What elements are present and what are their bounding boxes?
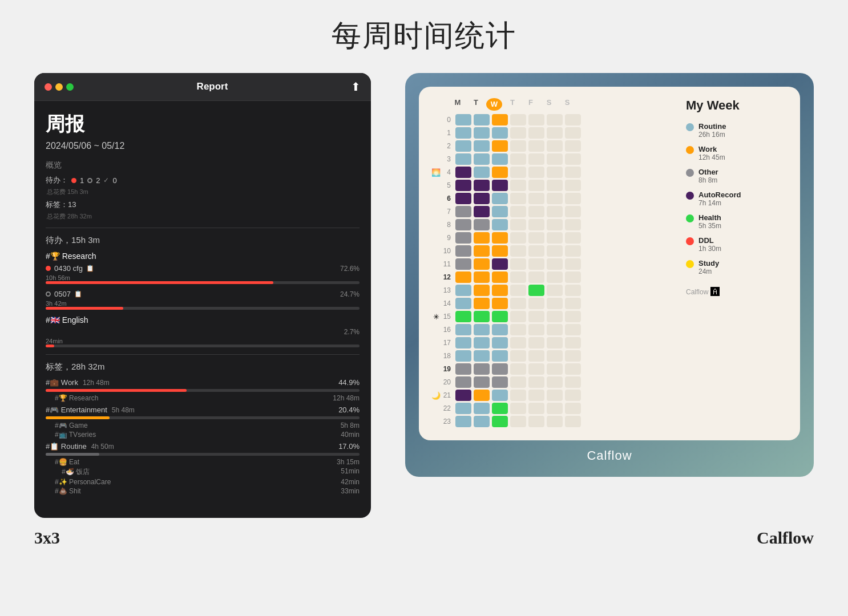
legend-dot-5 bbox=[686, 237, 694, 245]
cell-22-4 bbox=[528, 403, 544, 414]
tl-red bbox=[45, 83, 52, 91]
share-icon[interactable]: ⬆ bbox=[351, 80, 361, 94]
cell-3-3 bbox=[510, 153, 526, 165]
cell-23-3 bbox=[510, 416, 526, 427]
cell-20-3 bbox=[510, 376, 526, 388]
row-num-11: 11 bbox=[442, 260, 453, 268]
cell-11-1 bbox=[474, 258, 490, 270]
row-num-16: 16 bbox=[442, 326, 453, 334]
cells-13 bbox=[455, 285, 581, 296]
cell-19-3 bbox=[510, 363, 526, 375]
cell-18-4 bbox=[528, 350, 544, 362]
row-icon-15: ✳ bbox=[430, 313, 442, 321]
cell-21-6 bbox=[565, 390, 581, 401]
total-time-2: 总花费 28h 32m bbox=[47, 212, 360, 221]
cells-22 bbox=[455, 403, 581, 414]
cal-row-13: 13 bbox=[430, 285, 677, 296]
cell-3-5 bbox=[547, 153, 563, 165]
cells-16 bbox=[455, 324, 581, 335]
cell-12-0 bbox=[455, 271, 471, 283]
row-num-3: 3 bbox=[442, 155, 453, 163]
cell-7-3 bbox=[510, 206, 526, 217]
legend-time-4: 5h 35m bbox=[698, 222, 721, 230]
cell-22-5 bbox=[547, 403, 563, 414]
task1-icon: 📋 bbox=[86, 265, 94, 272]
work-sub1: #🏆 Research 12h 48m bbox=[55, 394, 360, 402]
cell-11-4 bbox=[528, 258, 544, 270]
cells-4 bbox=[455, 167, 581, 178]
legend-dot-0 bbox=[686, 123, 694, 131]
tvseries-sub: #📺 TVseries 40min bbox=[55, 431, 360, 439]
cal-row-11: 11 bbox=[430, 258, 677, 270]
cell-12-5 bbox=[547, 271, 563, 283]
cell-5-6 bbox=[565, 180, 581, 191]
cell-20-1 bbox=[474, 376, 490, 388]
cells-15 bbox=[455, 311, 581, 322]
personalcare-sub-time: 42min bbox=[341, 478, 360, 486]
cal-row-22: 22 bbox=[430, 403, 677, 414]
task2-progress-fill bbox=[46, 307, 123, 310]
day-M: M bbox=[450, 98, 466, 111]
overview-label: 概览 bbox=[46, 160, 360, 171]
row-num-0: 0 bbox=[442, 116, 453, 124]
shit-sub-time: 33min bbox=[341, 487, 360, 495]
task2-pct: 24.7% bbox=[340, 290, 360, 298]
day-S1: S bbox=[541, 98, 557, 111]
cell-4-5 bbox=[547, 167, 563, 178]
cell-11-0 bbox=[455, 258, 471, 270]
divider-1 bbox=[46, 228, 360, 228]
cells-11 bbox=[455, 258, 581, 270]
cells-2 bbox=[455, 140, 581, 152]
tvseries-sub-text: #📺 TVseries bbox=[55, 431, 96, 439]
cell-11-3 bbox=[510, 258, 526, 270]
cell-11-6 bbox=[565, 258, 581, 270]
cells-10 bbox=[455, 245, 581, 257]
cell-16-2 bbox=[492, 324, 508, 335]
right-panel: M T W T F S S 0123🌅4567891011121314✳1516… bbox=[405, 73, 814, 477]
row-num-20: 20 bbox=[442, 378, 453, 386]
cell-21-2 bbox=[492, 390, 508, 401]
row-num-13: 13 bbox=[442, 286, 453, 294]
day-S2: S bbox=[559, 98, 575, 111]
calflow-logo: 🅰 bbox=[710, 287, 720, 297]
cell-1-5 bbox=[547, 127, 563, 139]
cell-13-1 bbox=[474, 285, 490, 296]
cell-19-5 bbox=[547, 363, 563, 375]
cell-10-3 bbox=[510, 245, 526, 257]
pending-count-empty: 2 bbox=[96, 176, 100, 185]
legend-name-6: Study bbox=[698, 259, 719, 268]
cell-0-1 bbox=[474, 114, 490, 125]
row-num-18: 18 bbox=[442, 352, 453, 360]
cell-3-4 bbox=[528, 153, 544, 165]
row-num-14: 14 bbox=[442, 299, 453, 307]
cell-8-0 bbox=[455, 219, 471, 230]
task3-pct: 2.7% bbox=[344, 328, 360, 336]
cell-5-1 bbox=[474, 180, 490, 191]
task-1: 0430 cfg 📋 72.6% 10h 56m bbox=[46, 264, 360, 284]
work-tag-item: #💼 Work 12h 48m 44.9% bbox=[46, 378, 360, 387]
task1-progress-bg bbox=[46, 281, 360, 284]
cell-23-1 bbox=[474, 416, 490, 427]
cell-1-3 bbox=[510, 127, 526, 139]
page-title: 每周时间统计 bbox=[332, 16, 516, 56]
app-bar-title: Report bbox=[197, 81, 228, 92]
task2-time: 3h 42m bbox=[46, 300, 360, 307]
task-3: 2.7% 24min bbox=[46, 328, 360, 347]
legend-dot-4 bbox=[686, 214, 694, 222]
row-num-10: 10 bbox=[442, 247, 453, 255]
cell-17-0 bbox=[455, 337, 471, 348]
cell-1-1 bbox=[474, 127, 490, 139]
cal-row-16: 16 bbox=[430, 324, 677, 335]
cell-12-1 bbox=[474, 271, 490, 283]
cell-18-5 bbox=[547, 350, 563, 362]
task2-title: 0507 bbox=[54, 290, 71, 298]
cal-row-15: ✳15 bbox=[430, 311, 677, 322]
legend-time-1: 12h 45m bbox=[698, 153, 725, 161]
calflow-bottom-label: Calflow bbox=[587, 448, 632, 463]
calendar-card: M T W T F S S 0123🌅4567891011121314✳1516… bbox=[419, 87, 800, 440]
english-section: #🇬🇧 English 2.7% 24min bbox=[46, 315, 360, 347]
row-num-15: 15 bbox=[442, 313, 453, 321]
legend-item-1: Work 12h 45m bbox=[686, 145, 789, 161]
cell-15-5 bbox=[547, 311, 563, 322]
cell-22-2 bbox=[492, 403, 508, 414]
